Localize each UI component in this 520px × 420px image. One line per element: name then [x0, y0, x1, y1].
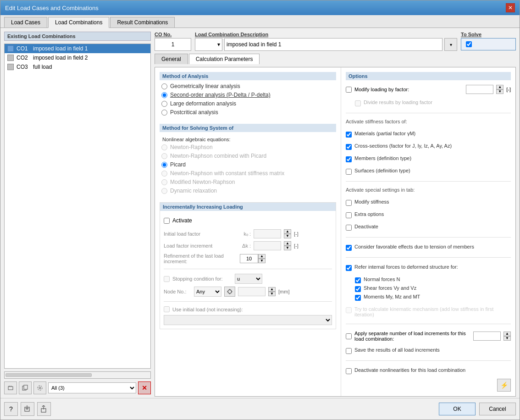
ok-button[interactable]: OK — [439, 403, 476, 415]
special-deactivate[interactable]: Deactivate — [346, 223, 511, 232]
add-button[interactable] — [4, 381, 17, 394]
tab-load-cases[interactable]: Load Cases — [4, 17, 47, 28]
method-of-analysis-section: Method of Analysis Geometrically linear … — [160, 72, 336, 116]
load-factor-symbol: Δk : — [240, 243, 251, 249]
special-modify-stiffness[interactable]: Modify stiffness — [346, 198, 511, 207]
radio-label: Postcritical analysis — [170, 109, 218, 116]
modify-up[interactable]: ▲ — [496, 85, 503, 89]
divide-results-checkbox[interactable] — [355, 100, 361, 106]
options-icon-button[interactable]: ⚡ — [497, 379, 511, 392]
stiffness-materials[interactable]: Materials (partial factor γM) — [346, 130, 511, 138]
export-button[interactable] — [21, 402, 34, 416]
modify-stiffness-label: Modify stiffness — [354, 199, 389, 204]
close-button[interactable]: ✕ — [506, 3, 515, 12]
co-no-input[interactable] — [155, 38, 191, 51]
node-pick-button[interactable] — [224, 287, 235, 297]
description-input[interactable] — [224, 38, 443, 51]
radio-newton-raphson[interactable]: Newton-Raphson — [161, 144, 334, 150]
special-extra-options[interactable]: Extra options — [346, 210, 511, 219]
list-item[interactable]: CO3 full load — [5, 62, 150, 72]
tab-general[interactable]: General — [155, 54, 188, 64]
use-initial-select[interactable] — [164, 315, 332, 325]
special-header: Activate special settings in tab: — [346, 187, 511, 193]
help-button[interactable]: ? — [4, 402, 18, 416]
apply-down[interactable]: ▼ — [503, 336, 511, 341]
consider-favorable[interactable]: Consider favorable effects due to tensio… — [346, 243, 511, 252]
node-up[interactable]: ▲ — [268, 287, 276, 292]
modify-down[interactable]: ▼ — [496, 89, 503, 94]
modify-loading-input[interactable] — [466, 85, 493, 94]
refinement-up[interactable]: ▲ — [258, 254, 266, 259]
list-item[interactable]: CO1 imposed load in field 1 — [5, 44, 150, 53]
radio-dynamic-relaxation[interactable]: Dynamic relaxation — [161, 188, 334, 194]
radio-postcritical[interactable]: Postcritical analysis — [161, 109, 334, 116]
delete-button[interactable]: ✕ — [138, 381, 151, 394]
radio-large-deformation[interactable]: Large deformation analysis — [161, 100, 334, 107]
to-solve-checkbox[interactable] — [466, 41, 472, 47]
stopping-checkbox[interactable] — [164, 276, 170, 282]
incrementally-content: Activate Initial load factor k₀ : ▲ ▼ — [160, 214, 336, 329]
refer-normal-forces[interactable]: Normal forces N — [355, 276, 511, 284]
radio-second-order[interactable]: Second-order analysis (P-Delta / P-delta… — [161, 92, 334, 98]
shear-forces-label: Shear forces Vy and Vz — [364, 285, 416, 291]
apply-input[interactable] — [473, 332, 501, 341]
svg-point-7 — [228, 290, 232, 293]
normal-forces-label: Normal forces N — [364, 276, 400, 282]
initial-load-up[interactable]: ▲ — [284, 229, 291, 234]
tab-calculation-parameters[interactable]: Calculation Parameters — [189, 54, 260, 64]
refinement-down[interactable]: ▼ — [258, 259, 266, 263]
mm-label: [mm] — [278, 289, 289, 294]
list-item[interactable]: CO2 imposed load in field 2 — [5, 53, 150, 62]
use-initial-checkbox[interactable] — [164, 306, 170, 312]
node-value-input[interactable] — [238, 287, 266, 296]
radio-label: Newton-Raphson — [170, 144, 213, 150]
load-factor-bracket: [-] — [294, 243, 299, 249]
initial-load-input[interactable] — [254, 229, 281, 238]
right-panel: CO No. Load Combination Description ▾ ▾ — [155, 32, 516, 394]
node-select[interactable]: Any — [194, 287, 221, 297]
horizontal-scrollbar[interactable] — [4, 371, 151, 379]
deactivate-nonlinearities[interactable]: Deactivate nonlinearities for this load … — [346, 366, 511, 375]
radio-geometrically-linear[interactable]: Geometrically linear analysis — [161, 83, 334, 89]
tab-load-combinations[interactable]: Load Combinations — [48, 17, 109, 28]
description-dropdown-button[interactable]: ▾ — [444, 38, 457, 51]
refinement-input[interactable] — [240, 254, 258, 263]
initial-load-down[interactable]: ▼ — [284, 234, 291, 238]
try-kinematic[interactable]: Try to calculate kinematic mechanism (ad… — [346, 305, 511, 318]
cancel-button[interactable]: Cancel — [479, 403, 516, 415]
apply-separate-checkbox[interactable] — [346, 333, 352, 339]
stiffness-surfaces-label: Surfaces (definition type) — [354, 168, 410, 173]
node-spinner: ▲ ▼ — [268, 287, 276, 296]
radio-newton-constant[interactable]: Newton-Raphson with constant stiffness m… — [161, 170, 334, 177]
activate-checkbox[interactable] — [164, 218, 170, 224]
load-factor-up[interactable]: ▲ — [284, 241, 291, 246]
settings-button[interactable] — [33, 381, 46, 394]
desc-type-select[interactable]: ▾ — [195, 38, 222, 51]
modify-spinner: ▲ ▼ — [496, 85, 503, 94]
right-content: Options Modify loading by factor: ▲ ▼ [-… — [341, 67, 515, 396]
copy-button[interactable] — [19, 381, 32, 394]
save-results[interactable]: Save the results of all load increments — [346, 346, 511, 355]
radio-newton-picard[interactable]: Newton-Raphson combined with Picard — [161, 153, 334, 159]
stiffness-cross-sections[interactable]: Cross-sections (factor for J, Iy, Iz, A,… — [346, 142, 511, 151]
radio-picard[interactable]: Picard — [161, 161, 334, 168]
item-description: imposed load in field 1 — [33, 45, 88, 52]
item-number: CO3 — [17, 64, 30, 70]
load-factor-input[interactable] — [254, 241, 281, 250]
import-button[interactable] — [37, 402, 51, 416]
settings-icon — [37, 385, 43, 391]
filter-select[interactable]: All (3) — [48, 382, 136, 393]
modify-loading-checkbox[interactable] — [346, 87, 352, 93]
refinement-spinner: ▲ ▼ — [258, 254, 266, 263]
tab-result-combinations[interactable]: Result Combinations — [110, 17, 175, 28]
stiffness-surfaces[interactable]: Surfaces (definition type) — [346, 167, 511, 176]
apply-up[interactable]: ▲ — [503, 332, 511, 336]
stiffness-members[interactable]: Members (definition type) — [346, 155, 511, 163]
refer-moments[interactable]: Moments My, Mz and MT — [355, 293, 511, 302]
stopping-select[interactable]: u — [235, 274, 262, 284]
refer-internal-forces[interactable]: Refer internal forces to deformed struct… — [346, 263, 511, 272]
radio-modified-newton[interactable]: Modified Newton-Raphson — [161, 179, 334, 185]
node-down[interactable]: ▼ — [268, 292, 276, 296]
load-factor-down[interactable]: ▼ — [284, 246, 291, 250]
refer-shear-forces[interactable]: Shear forces Vy and Vz — [355, 284, 511, 293]
